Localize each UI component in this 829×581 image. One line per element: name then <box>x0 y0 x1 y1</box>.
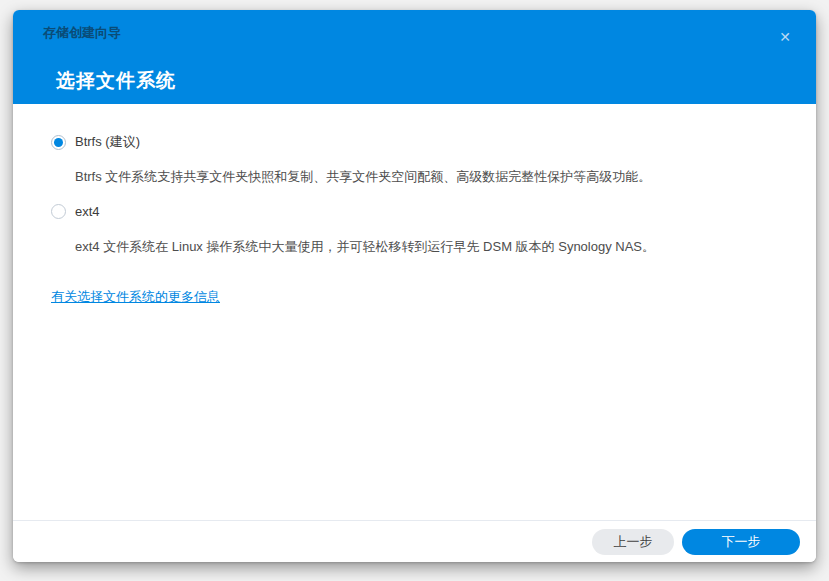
dialog-header: 存储创建向导 ✕ 选择文件系统 <box>13 10 816 104</box>
dialog-content: Btrfs (建议) Btrfs 文件系统支持共享文件夹快照和复制、共享文件夹空… <box>13 104 816 306</box>
radio-ext4[interactable] <box>51 204 66 219</box>
filesystem-option-ext4[interactable]: ext4 <box>51 203 786 219</box>
dialog-footer: 上一步 下一步 <box>13 520 816 562</box>
desktop-background: 存储创建向导 ✕ 选择文件系统 Btrfs (建议) Btrfs 文件系统支持共… <box>0 0 829 581</box>
wizard-title: 存储创建向导 <box>43 24 121 42</box>
more-info-link[interactable]: 有关选择文件系统的更多信息 <box>51 288 220 306</box>
radio-btrfs[interactable] <box>51 135 66 150</box>
option-description-btrfs: Btrfs 文件系统支持共享文件夹快照和复制、共享文件夹空间配额、高级数据完整性… <box>75 168 786 184</box>
option-description-ext4: ext4 文件系统在 Linux 操作系统中大量使用，并可轻松移转到运行早先 D… <box>75 238 786 254</box>
close-icon[interactable]: ✕ <box>776 28 794 46</box>
back-button[interactable]: 上一步 <box>592 529 674 555</box>
filesystem-option-btrfs[interactable]: Btrfs (建议) <box>51 134 786 150</box>
option-label-ext4: ext4 <box>75 204 100 219</box>
next-button[interactable]: 下一步 <box>682 529 800 555</box>
page-title: 选择文件系统 <box>56 68 176 94</box>
option-label-btrfs: Btrfs (建议) <box>75 133 140 151</box>
storage-creation-wizard-dialog: 存储创建向导 ✕ 选择文件系统 Btrfs (建议) Btrfs 文件系统支持共… <box>13 10 816 562</box>
